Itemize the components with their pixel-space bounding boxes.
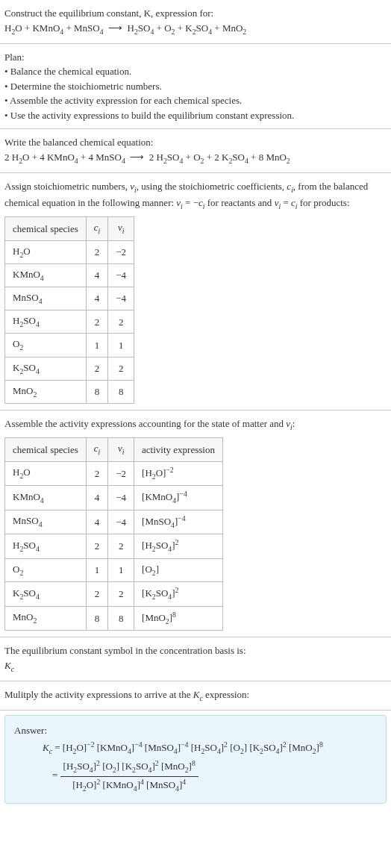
symbol-section: The equilibrium constant symbol in the c… — [0, 637, 391, 681]
cell: K2SO4 — [5, 357, 87, 380]
table-row: H2SO422[H2SO4]2 — [5, 534, 223, 559]
cell: −4 — [108, 510, 134, 534]
cell: H2O — [5, 240, 87, 263]
cell: −2 — [108, 240, 134, 263]
table-row: MnO288[MnO2]8 — [5, 606, 223, 631]
cell: O2 — [5, 334, 87, 357]
table-row: KMnO44−4 — [5, 263, 134, 287]
cell: 2 — [86, 310, 108, 334]
cell: −4 — [108, 263, 134, 287]
cell: KMnO4 — [5, 263, 87, 287]
cell: 2 — [86, 534, 108, 559]
table-row: H2O2−2[H2O]−2 — [5, 461, 223, 486]
cell: H2SO4 — [5, 534, 87, 559]
table-row: H2O2−2 — [5, 240, 134, 263]
cell: 2 — [86, 461, 108, 486]
cell: −4 — [108, 486, 134, 511]
cell: 1 — [86, 558, 108, 581]
cell: [KMnO4]−4 — [134, 486, 223, 511]
cell: 1 — [108, 558, 134, 581]
cell: 1 — [86, 334, 108, 357]
fraction-numerator: [H2SO4]2 [O2] [K2SO4]2 [MnO2]8 — [60, 758, 198, 777]
plan-heading: Plan: — [4, 50, 387, 65]
table-row: H2SO422 — [5, 310, 134, 334]
cell: 8 — [86, 606, 108, 631]
col-activity: activity expression — [134, 438, 223, 461]
col-species: chemical species — [5, 217, 87, 240]
cell: [O2] — [134, 558, 223, 581]
table-row: K2SO422 — [5, 357, 134, 380]
cell: MnO2 — [5, 606, 87, 631]
table-row: MnO288 — [5, 380, 134, 403]
cell: 2 — [108, 534, 134, 559]
cell: 4 — [86, 287, 108, 310]
col-nui: νi — [108, 217, 134, 240]
activity-table: chemical species ci νi activity expressi… — [4, 437, 223, 631]
cell: 2 — [108, 357, 134, 380]
table-row: O211[O2] — [5, 558, 223, 581]
cell: [MnSO4]−4 — [134, 510, 223, 534]
balanced-equation: 2 H2O + 4 KMnO4 + 4 MnSO4 ⟶ 2 H2SO4 + O2… — [4, 152, 290, 163]
table-row: K2SO422[K2SO4]2 — [5, 581, 223, 606]
answer-label: Answer: — [14, 723, 377, 738]
table-row: MnSO44−4[MnSO4]−4 — [5, 510, 223, 534]
col-species: chemical species — [5, 438, 87, 461]
col-ci: ci — [86, 438, 108, 461]
cell: KMnO4 — [5, 486, 87, 511]
cell: 2 — [86, 357, 108, 380]
plan-item: • Determine the stoichiometric numbers. — [4, 79, 387, 94]
answer-box: Answer: Kc = [H2O]−2 [KMnO4]−4 [MnSO4]−4… — [4, 715, 387, 804]
answer-line1: Kc = [H2O]−2 [KMnO4]−4 [MnSO4]−4 [H2SO4]… — [14, 740, 377, 758]
plan-item: • Use the activity expressions to build … — [4, 108, 387, 123]
cell: 2 — [108, 581, 134, 606]
cell: 8 — [108, 606, 134, 631]
cell: −4 — [108, 287, 134, 310]
plan-item: • Assemble the activity expression for e… — [4, 93, 387, 108]
cell: 4 — [86, 510, 108, 534]
table-header-row: chemical species ci νi activity expressi… — [5, 438, 223, 461]
intro-line1: Construct the equilibrium constant, K, e… — [4, 7, 213, 19]
table-header-row: chemical species ci νi — [5, 217, 134, 240]
table-row: MnSO44−4 — [5, 287, 134, 310]
cell: 2 — [86, 581, 108, 606]
cell: 4 — [86, 263, 108, 287]
activity-text: Assemble the activity expressions accoun… — [4, 416, 387, 433]
balanced-section: Write the balanced chemical equation: 2 … — [0, 129, 391, 173]
cell: 1 — [108, 334, 134, 357]
cell: [H2SO4]2 — [134, 534, 223, 559]
table-row: O211 — [5, 334, 134, 357]
cell: 8 — [108, 380, 134, 403]
cell: [H2O]−2 — [134, 461, 223, 486]
cell: K2SO4 — [5, 581, 87, 606]
cell: [K2SO4]2 — [134, 581, 223, 606]
multiply-section: Mulitply the activity expressions to arr… — [0, 681, 391, 711]
symbol-kc: Kc — [4, 658, 387, 675]
col-nui: νi — [108, 438, 134, 461]
assign-section: Assign stoichiometric numbers, νi, using… — [0, 173, 391, 410]
cell: MnSO4 — [5, 287, 87, 310]
plan-item: • Balance the chemical equation. — [4, 64, 387, 79]
answer-line2: = [H2SO4]2 [O2] [K2SO4]2 [MnO2]8 [H2O]2 … — [14, 758, 377, 794]
cell: MnO2 — [5, 380, 87, 403]
stoich-table: chemical species ci νi H2O2−2 KMnO44−4 M… — [4, 216, 134, 404]
fraction: [H2SO4]2 [O2] [K2SO4]2 [MnO2]8 [H2O]2 [K… — [60, 758, 198, 794]
assign-text: Assign stoichiometric numbers, νi, using… — [4, 179, 387, 212]
cell: −2 — [108, 461, 134, 486]
fraction-denominator: [H2O]2 [KMnO4]4 [MnSO4]4 — [60, 777, 198, 795]
cell: H2O — [5, 461, 87, 486]
cell: H2SO4 — [5, 310, 87, 334]
plan-section: Plan: • Balance the chemical equation. •… — [0, 44, 391, 130]
activity-section: Assemble the activity expressions accoun… — [0, 410, 391, 637]
multiply-text: Mulitply the activity expressions to arr… — [4, 689, 249, 700]
cell: 2 — [86, 240, 108, 263]
balanced-heading: Write the balanced chemical equation: — [4, 135, 387, 150]
cell: 8 — [86, 380, 108, 403]
cell: O2 — [5, 558, 87, 581]
cell: 2 — [108, 310, 134, 334]
cell: [MnO2]8 — [134, 606, 223, 631]
cell: 4 — [86, 486, 108, 511]
cell: MnSO4 — [5, 510, 87, 534]
intro-section: Construct the equilibrium constant, K, e… — [0, 0, 391, 44]
table-row: KMnO44−4[KMnO4]−4 — [5, 486, 223, 511]
intro-equation: H2O + KMnO4 + MnSO4 ⟶ H2SO4 + O2 + K2SO4… — [4, 22, 246, 34]
